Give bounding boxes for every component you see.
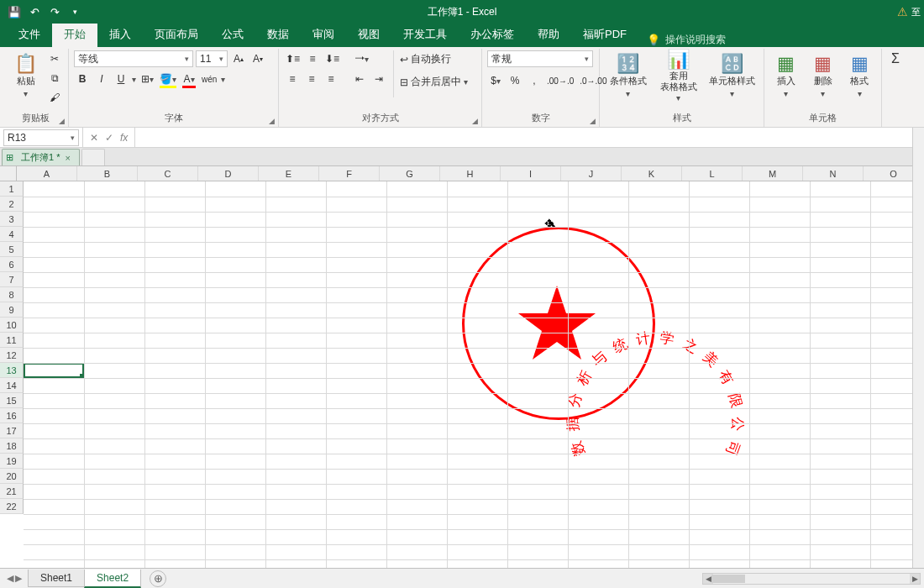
col-header-E[interactable]: E	[259, 166, 319, 181]
format-painter-button[interactable]: 🖌	[46, 89, 63, 106]
row-header-1[interactable]: 1	[0, 181, 24, 197]
row-header-8[interactable]: 8	[0, 287, 24, 302]
dialog-launcher-icon[interactable]: ◢	[472, 117, 478, 125]
col-header-C[interactable]: C	[138, 166, 198, 181]
tab-review[interactable]: 审阅	[301, 22, 346, 47]
horizontal-scrollbar[interactable]: ◀ ▶	[702, 573, 921, 585]
italic-button[interactable]: I	[93, 71, 110, 87]
fill-color-button[interactable]: 🪣▾	[158, 71, 178, 87]
dialog-launcher-icon[interactable]: ◢	[59, 117, 65, 125]
accounting-format-button[interactable]: $▾	[487, 72, 504, 89]
merge-center-button[interactable]: ⊟ 合并后居中 ▾	[400, 75, 468, 89]
col-header-M[interactable]: M	[743, 166, 803, 181]
row-header-17[interactable]: 17	[0, 423, 24, 438]
border-button[interactable]: ⊞▾	[139, 71, 155, 87]
close-icon[interactable]: ×	[65, 153, 70, 163]
seal-shape[interactable]: 数据分析与统计学之美有限公司	[462, 227, 655, 420]
align-top-button[interactable]: ⬆≡	[284, 50, 302, 67]
cell-styles-button[interactable]: 🔠 单元格样式▾	[705, 50, 759, 102]
chevron-down-icon[interactable]: ▾	[221, 75, 225, 84]
autosum-button[interactable]: Σ	[887, 50, 904, 67]
tab-view[interactable]: 视图	[346, 22, 391, 47]
col-header-D[interactable]: D	[198, 166, 259, 181]
sheet-tab-1[interactable]: Sheet1	[28, 570, 85, 587]
grid[interactable]: ABCDEFGHIJKLMNO 123456789101112131415161…	[0, 166, 924, 568]
tab-home[interactable]: 开始	[52, 22, 97, 47]
add-sheet-button[interactable]: ⊕	[150, 570, 166, 587]
dialog-launcher-icon[interactable]: ◢	[590, 117, 596, 125]
col-header-J[interactable]: J	[561, 166, 622, 181]
bold-button[interactable]: B	[74, 71, 91, 87]
copy-button[interactable]: ⧉	[46, 70, 63, 87]
sheet-nav[interactable]: ◀ ▶	[0, 573, 29, 584]
row-header-21[interactable]: 21	[0, 484, 24, 499]
col-header-K[interactable]: K	[622, 166, 682, 181]
tab-developer[interactable]: 开发工具	[391, 22, 459, 47]
enter-formula-icon[interactable]: ✓	[105, 132, 113, 144]
decrease-font-button[interactable]: A▾	[249, 50, 266, 67]
tab-layout[interactable]: 页面布局	[143, 22, 210, 47]
increase-indent-button[interactable]: ⇥	[370, 71, 387, 87]
vertical-scrollbar[interactable]	[912, 128, 924, 568]
save-icon[interactable]: 💾	[5, 3, 24, 21]
formula-input[interactable]	[135, 129, 924, 146]
scroll-right-icon[interactable]: ▶	[910, 574, 920, 584]
tab-insert[interactable]: 插入	[97, 22, 143, 47]
row-header-15[interactable]: 15	[0, 393, 24, 408]
font-size-combo[interactable]: 11▾	[196, 50, 228, 67]
format-cells-button[interactable]: ▦ 格式▾	[843, 50, 876, 102]
col-header-L[interactable]: L	[682, 166, 743, 181]
row-header-14[interactable]: 14	[0, 378, 24, 393]
qat-customize-icon[interactable]: ▾	[66, 3, 84, 21]
row-header-19[interactable]: 19	[0, 454, 24, 469]
tab-foxit[interactable]: 福昕PDF	[571, 22, 638, 47]
cells-area[interactable]: 数据分析与统计学之美有限公司 ✥⬉	[24, 181, 924, 568]
align-center-button[interactable]: ≡	[303, 71, 320, 87]
percent-button[interactable]: %	[507, 72, 523, 89]
tab-file[interactable]: 文件	[7, 22, 52, 47]
select-all-corner[interactable]	[0, 166, 17, 181]
row-header-16[interactable]: 16	[0, 408, 24, 423]
dialog-launcher-icon[interactable]: ◢	[269, 117, 275, 125]
col-header-F[interactable]: F	[319, 166, 380, 181]
tab-formula[interactable]: 公式	[210, 22, 255, 47]
pinyin-button[interactable]: wén	[200, 71, 218, 87]
tell-me[interactable]: 💡 操作说明搜索	[647, 33, 726, 47]
sheet-nav-prev-icon[interactable]: ◀	[7, 573, 13, 584]
increase-decimal-button[interactable]: .00→.0	[545, 72, 575, 89]
col-header-N[interactable]: N	[803, 166, 864, 181]
cut-button[interactable]: ✂	[46, 50, 63, 67]
font-color-button[interactable]: A▾	[181, 71, 197, 87]
row-header-3[interactable]: 3	[0, 212, 24, 227]
row-header-12[interactable]: 12	[0, 348, 24, 363]
row-header-9[interactable]: 9	[0, 302, 24, 318]
insert-cells-button[interactable]: ▦ 插入▾	[769, 50, 803, 102]
align-middle-button[interactable]: ≡	[304, 50, 321, 67]
workbook-tab[interactable]: ⊞ 工作簿1 * ×	[2, 149, 80, 165]
align-bottom-button[interactable]: ⬇≡	[323, 50, 341, 67]
row-header-4[interactable]: 4	[0, 227, 24, 242]
scroll-thumb[interactable]	[711, 575, 745, 583]
sheet-nav-next-icon[interactable]: ▶	[15, 573, 22, 584]
align-right-button[interactable]: ≡	[323, 71, 339, 87]
row-header-7[interactable]: 7	[0, 272, 24, 287]
font-name-combo[interactable]: 等线▾	[74, 50, 193, 67]
cancel-formula-icon[interactable]: ✕	[90, 132, 98, 144]
undo-icon[interactable]: ↶	[25, 3, 44, 21]
tab-help[interactable]: 帮助	[526, 22, 571, 47]
decrease-indent-button[interactable]: ⇤	[351, 71, 368, 87]
col-header-G[interactable]: G	[380, 166, 440, 181]
wrap-text-button[interactable]: ↩ 自动换行	[400, 52, 451, 66]
fx-icon[interactable]: fx	[120, 132, 128, 144]
delete-cells-button[interactable]: ▦ 删除▾	[806, 50, 840, 102]
row-header-22[interactable]: 22	[0, 499, 24, 514]
format-as-table-button[interactable]: 📊 套用 表格格式▾	[655, 50, 702, 102]
tab-data[interactable]: 数据	[255, 22, 301, 47]
row-header-5[interactable]: 5	[0, 242, 24, 257]
redo-icon[interactable]: ↷	[45, 3, 64, 21]
workbook-tab-ghost[interactable]	[81, 149, 105, 165]
conditional-format-button[interactable]: 🔢 条件格式▾	[605, 50, 652, 102]
row-header-11[interactable]: 11	[0, 333, 24, 348]
row-header-10[interactable]: 10	[0, 318, 24, 333]
increase-font-button[interactable]: A▴	[230, 50, 247, 67]
